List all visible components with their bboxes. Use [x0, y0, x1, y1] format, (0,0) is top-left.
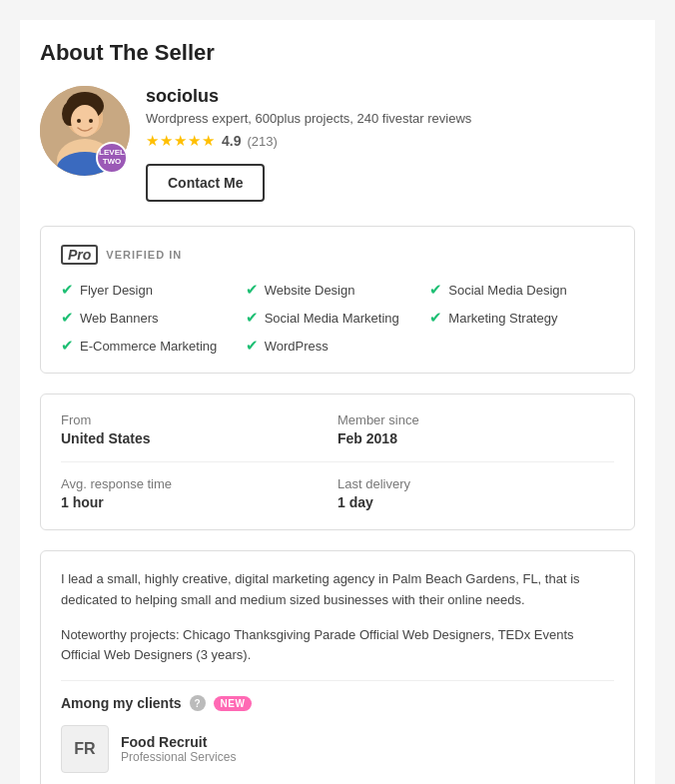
verified-text: VERIFIED IN: [106, 249, 182, 261]
avg-response-value: 1 hour: [61, 494, 104, 510]
stats-grid: From United States Member since Feb 2018: [61, 412, 614, 447]
skills-grid: ✔Flyer Design✔Website Design✔Social Medi…: [61, 281, 614, 355]
star-icons: ★★★★★: [146, 132, 216, 150]
last-delivery-value: 1 day: [338, 494, 373, 510]
verified-box: Pro VERIFIED IN ✔Flyer Design✔Website De…: [40, 226, 635, 374]
skill-item: ✔Website Design: [246, 281, 430, 299]
skill-item: ✔Flyer Design: [61, 281, 246, 299]
skill-item: ✔Marketing Strategy: [429, 309, 614, 327]
seller-profile: LEVEL TWO sociolus Wordpress expert, 600…: [40, 86, 635, 202]
clients-title: Among my clients: [61, 695, 182, 711]
check-icon: ✔: [61, 337, 74, 355]
svg-point-6: [71, 105, 99, 137]
bio-box: I lead a small, highly creative, digital…: [40, 550, 635, 784]
review-count: (213): [247, 134, 277, 149]
seller-info: sociolus Wordpress expert, 600plus proje…: [146, 86, 635, 202]
check-icon: ✔: [246, 309, 259, 327]
last-delivery-label: Last delivery: [338, 476, 614, 491]
stat-member-since: Member since Feb 2018: [338, 412, 614, 447]
clients-header: Among my clients ? NEW: [61, 695, 614, 711]
seller-tagline: Wordpress expert, 600plus projects, 240 …: [146, 111, 635, 126]
check-icon: ✔: [246, 281, 259, 299]
member-since-value: Feb 2018: [338, 430, 397, 446]
skill-item: ✔Social Media Design: [429, 281, 614, 299]
avg-response-label: Avg. response time: [61, 476, 338, 491]
check-icon: ✔: [61, 309, 74, 327]
new-badge: NEW: [214, 696, 253, 711]
svg-point-7: [77, 119, 81, 123]
skill-label: Flyer Design: [80, 283, 153, 298]
bio-divider: [61, 680, 614, 681]
skill-item: ✔Social Media Marketing: [246, 309, 430, 327]
about-seller-section: About The Seller: [20, 20, 655, 784]
bio-text-1: I lead a small, highly creative, digital…: [61, 569, 614, 611]
skill-label: Marketing Strategy: [448, 311, 557, 326]
skill-item: ✔Web Banners: [61, 309, 246, 327]
skill-label: WordPress: [265, 339, 329, 354]
seller-username: sociolus: [146, 86, 635, 107]
member-since-label: Member since: [338, 412, 614, 427]
contact-button[interactable]: Contact Me: [146, 164, 265, 202]
client-name: Food Recruit: [121, 734, 236, 750]
page-title: About The Seller: [40, 40, 635, 66]
bio-text-2: Noteworthy projects: Chicago Thanksgivin…: [61, 625, 614, 667]
check-icon: ✔: [429, 309, 442, 327]
client-category: Professional Services: [121, 750, 236, 764]
check-icon: ✔: [429, 281, 442, 299]
stats-box: From United States Member since Feb 2018…: [40, 393, 635, 530]
from-value: United States: [61, 430, 150, 446]
check-icon: ✔: [61, 281, 74, 299]
client-details: Food Recruit Professional Services: [121, 734, 236, 764]
skill-label: Web Banners: [80, 311, 159, 326]
skill-item: ✔WordPress: [246, 337, 430, 355]
check-icon: ✔: [246, 337, 259, 355]
skill-label: Website Design: [265, 283, 355, 298]
svg-point-8: [89, 119, 93, 123]
skill-label: E-Commerce Marketing: [80, 339, 217, 354]
client-logo: FR: [61, 725, 109, 773]
stats-divider: [61, 461, 614, 462]
pro-logo: Pro: [61, 245, 98, 265]
verified-header: Pro VERIFIED IN: [61, 245, 614, 265]
skill-label: Social Media Design: [448, 283, 567, 298]
client-item: FR Food Recruit Professional Services: [61, 725, 614, 773]
from-label: From: [61, 412, 338, 427]
skill-item: ✔E-Commerce Marketing: [61, 337, 246, 355]
stat-from: From United States: [61, 412, 338, 447]
skill-label: Social Media Marketing: [265, 311, 399, 326]
rating-row: ★★★★★ 4.9 (213): [146, 132, 635, 150]
rating-score: 4.9: [222, 133, 241, 149]
avatar-wrapper: LEVEL TWO: [40, 86, 130, 176]
help-icon[interactable]: ?: [190, 695, 206, 711]
stat-avg-response: Avg. response time 1 hour: [61, 476, 338, 511]
stat-last-delivery: Last delivery 1 day: [338, 476, 614, 511]
stats-grid-2: Avg. response time 1 hour Last delivery …: [61, 476, 614, 511]
level-badge: LEVEL TWO: [96, 142, 128, 174]
